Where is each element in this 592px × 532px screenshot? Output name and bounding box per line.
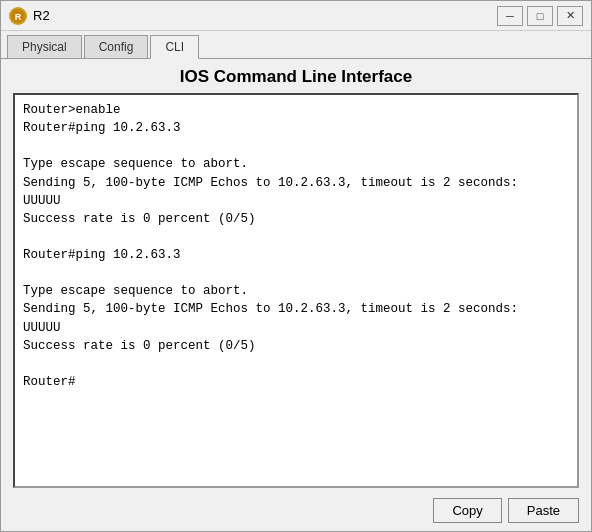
page-title: IOS Command Line Interface — [1, 59, 591, 93]
tab-cli[interactable]: CLI — [150, 35, 199, 59]
paste-button[interactable]: Paste — [508, 498, 579, 523]
terminal-output[interactable] — [13, 93, 579, 488]
window-controls: ─ □ ✕ — [497, 6, 583, 26]
app-icon: R — [9, 7, 27, 25]
close-button[interactable]: ✕ — [557, 6, 583, 26]
window-title: R2 — [33, 8, 497, 23]
main-window: R R2 ─ □ ✕ Physical Config CLI IOS Comma… — [0, 0, 592, 532]
minimize-button[interactable]: ─ — [497, 6, 523, 26]
tab-bar: Physical Config CLI — [1, 31, 591, 59]
bottom-bar: Copy Paste — [1, 492, 591, 531]
content-area — [1, 93, 591, 492]
tab-config[interactable]: Config — [84, 35, 149, 58]
copy-button[interactable]: Copy — [433, 498, 501, 523]
tab-physical[interactable]: Physical — [7, 35, 82, 58]
maximize-button[interactable]: □ — [527, 6, 553, 26]
title-bar: R R2 ─ □ ✕ — [1, 1, 591, 31]
svg-text:R: R — [15, 12, 22, 22]
